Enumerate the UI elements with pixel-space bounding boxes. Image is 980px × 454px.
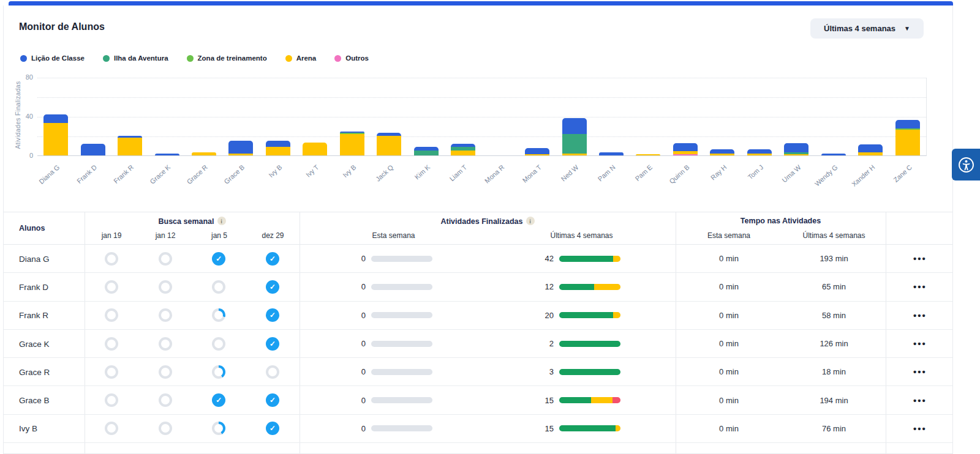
x-axis-label: Mona T xyxy=(521,163,543,184)
x-axis-label: Xander H xyxy=(850,163,876,188)
chart-bar-slot xyxy=(111,78,148,155)
x-axis-label-slot: Frank R xyxy=(111,158,149,207)
last4-cell: 42 xyxy=(488,245,676,272)
legend-item[interactable]: Arena xyxy=(285,54,317,62)
x-axis-label: Jack Q xyxy=(374,163,394,183)
week-empty-icon xyxy=(266,365,279,379)
week-status-done: ✓ xyxy=(266,308,279,322)
this-week-progress-bar xyxy=(371,341,432,347)
table-body: Diana G✓✓0420 min193 min•••Frank D✓0120 … xyxy=(4,245,952,453)
week-status-partial xyxy=(212,422,225,435)
progress-segment xyxy=(559,425,616,431)
this-week-count: 0 xyxy=(355,424,366,433)
chart-bar-slot xyxy=(741,78,778,155)
chart-bar-slot xyxy=(852,78,889,155)
bar-segment-classe xyxy=(784,143,809,152)
last4-progress-bar xyxy=(559,425,620,431)
time-this-week: 0 min xyxy=(676,245,782,272)
bar-segment-arena xyxy=(303,143,327,155)
info-icon[interactable]: i xyxy=(217,217,226,225)
row-menu-button[interactable]: ••• xyxy=(886,358,954,385)
subcol-esta-semana: Esta semana xyxy=(300,231,488,240)
week-status-done: ✓ xyxy=(266,252,279,266)
row-menu-button[interactable]: ••• xyxy=(886,330,954,357)
week-status-done: ✓ xyxy=(266,280,279,294)
this-week-progress-bar xyxy=(371,284,432,290)
last4-progress-bar xyxy=(559,369,620,375)
x-axis-label: Grace B xyxy=(223,163,246,185)
chart-bar xyxy=(266,141,290,155)
x-axis-label: Frank R xyxy=(112,163,135,185)
time-this-week: 0 min xyxy=(676,302,782,329)
x-axis-label: Ivy B xyxy=(341,163,357,179)
progress-segment xyxy=(559,369,620,375)
legend-label: Lição de Classe xyxy=(31,54,85,62)
legend-item[interactable]: Lição de Classe xyxy=(20,54,85,62)
chart-bar-slot xyxy=(556,78,592,155)
week-empty-icon xyxy=(105,252,118,266)
chart-bar xyxy=(784,143,809,155)
x-axis-label-slot: Zane C xyxy=(890,158,927,207)
week-status-none xyxy=(105,365,118,379)
row-menu-button[interactable]: ••• xyxy=(886,302,954,329)
chart-bar-slot xyxy=(815,78,852,155)
bar-segment-outros xyxy=(673,154,698,155)
week-status-none xyxy=(159,337,172,351)
last4-count: 12 xyxy=(543,282,554,291)
student-name: Grace B xyxy=(19,396,50,405)
y-tick-0: 0 xyxy=(15,152,33,159)
legend-dot-icon xyxy=(334,55,341,62)
time-last4: 126 min xyxy=(782,330,886,357)
x-axis-label-slot: Pam N xyxy=(594,158,631,207)
row-menu-button[interactable]: ••• xyxy=(886,415,954,442)
x-axis-label: Quinn B xyxy=(668,163,691,185)
week-empty-icon xyxy=(105,308,118,322)
row-menu-button[interactable]: ••• xyxy=(886,273,954,300)
chart-plot-area xyxy=(37,78,927,156)
subcol-tempo-esta: Esta semana xyxy=(676,231,782,240)
subcol-dez29: dez 29 xyxy=(246,231,300,240)
chart-bar-slot xyxy=(667,78,704,155)
x-axis-label: Wendy G xyxy=(813,163,839,187)
chart-bar xyxy=(747,149,772,155)
last4-cell: 15 xyxy=(488,387,676,414)
last4-progress-bar xyxy=(559,256,620,262)
week-empty-icon xyxy=(159,422,172,435)
x-axis-label-slot: Ivy T xyxy=(297,158,334,207)
atividades-label: Atividades Finalizadas xyxy=(440,217,522,226)
last4-progress-bar xyxy=(559,397,620,403)
x-axis-label-slot: Mona T xyxy=(519,158,557,207)
time-this-week: 0 min xyxy=(676,415,782,442)
bars-container xyxy=(37,78,926,155)
chart-bar xyxy=(636,154,660,155)
x-axis-label: Pam E xyxy=(634,163,654,182)
row-menu-button[interactable]: ••• xyxy=(886,245,954,272)
bar-segment-arena xyxy=(562,154,587,155)
last4-count: 3 xyxy=(543,367,554,376)
col-header-busca-semanal: Busca semanali xyxy=(85,217,300,226)
x-axis-label: Pam N xyxy=(597,163,617,182)
week-status-none xyxy=(105,393,118,407)
last4-count: 15 xyxy=(543,424,554,433)
bar-segment-classe xyxy=(155,154,179,155)
legend-item[interactable]: Outros xyxy=(334,54,369,62)
progress-segment xyxy=(559,256,613,262)
x-axis-label-slot: Pam E xyxy=(630,158,668,207)
chart-bar xyxy=(710,149,734,155)
legend-item[interactable]: Zona de treinamento xyxy=(187,54,267,62)
bar-segment-arena xyxy=(266,147,290,155)
legend-item[interactable]: Ilha da Aventura xyxy=(103,54,168,62)
row-menu-button[interactable]: ••• xyxy=(886,387,954,414)
x-axis-labels: Diana GFrank DFrank RGrace KGrace RGrace… xyxy=(37,158,927,207)
accessibility-widget-button[interactable] xyxy=(952,149,980,180)
this-week-count: 0 xyxy=(355,311,366,320)
last4-cell: 15 xyxy=(488,415,676,442)
chart-bar-slot xyxy=(371,78,407,155)
time-last4: 18 min xyxy=(782,358,886,385)
week-status-none xyxy=(159,422,172,435)
week-status-none xyxy=(105,422,118,435)
date-range-dropdown[interactable]: Últimas 4 semanas ▼ xyxy=(810,18,924,39)
week-status-none xyxy=(266,365,279,379)
info-icon[interactable]: i xyxy=(526,217,535,225)
week-status-none xyxy=(105,280,118,294)
